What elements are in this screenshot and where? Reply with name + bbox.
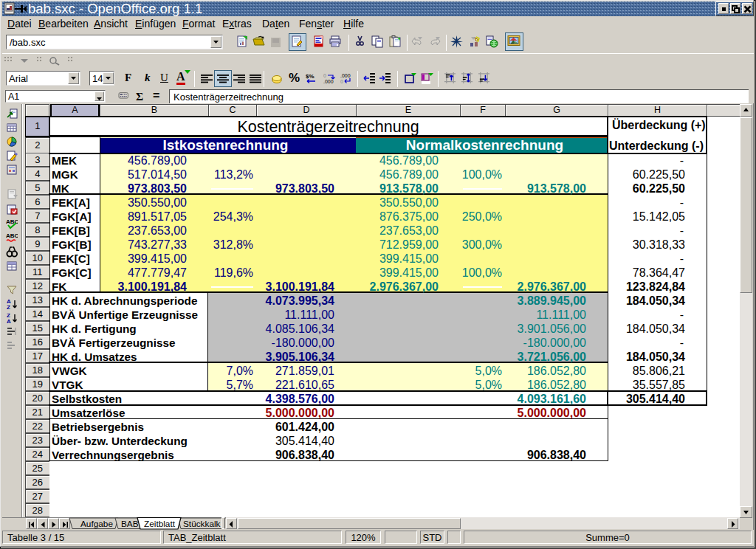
svg-text:0: 0 [323,73,326,78]
svg-text:A: A [7,318,11,324]
svg-text:Zeitblatt: Zeitblatt [144,519,176,529]
svg-text:$%: $% [306,73,315,80]
svg-text:BAB: BAB [121,519,139,529]
svg-text:.000: .000 [323,79,334,84]
svg-text:Stückkalk: Stückkalk [183,519,221,529]
svg-text:.000: .000 [340,73,351,78]
svg-text:Aufgabe: Aufgabe [80,519,113,529]
svg-text:Z: Z [7,304,10,310]
svg-text:0: 0 [340,79,343,84]
svg-text:ABC: ABC [6,232,18,239]
